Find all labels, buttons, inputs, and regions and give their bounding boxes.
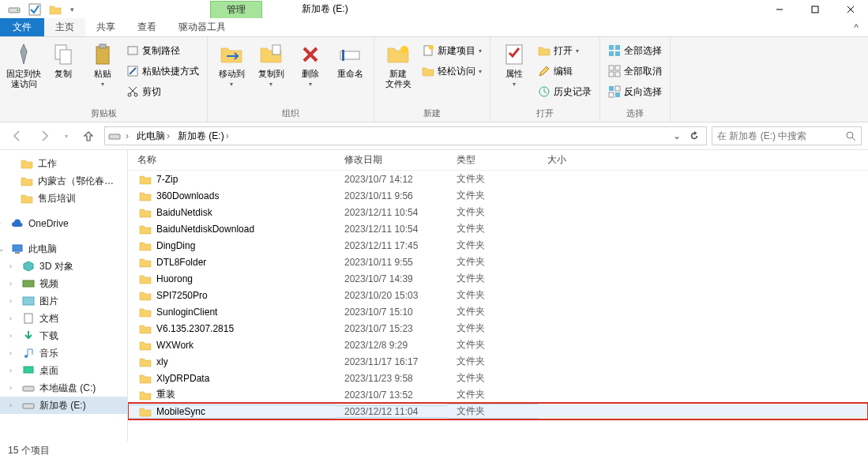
nav-videos[interactable]: ›视频 [0,275,127,292]
edit-icon [538,65,550,77]
nav-music[interactable]: ›音乐 [0,344,127,362]
edit-button[interactable]: 编辑 [535,62,595,80]
breadcrumb-this-pc[interactable]: 此电脑› [133,130,173,143]
open-button[interactable]: 打开▾ [535,42,595,59]
contextual-tab-manage[interactable]: 管理 [210,1,262,18]
forward-button[interactable] [33,125,55,147]
nav-e-drive[interactable]: ›新加卷 (E:) [0,397,127,414]
chevron-right-icon[interactable]: › [126,130,129,141]
nav-work[interactable]: 工作 [0,155,127,172]
nav-documents[interactable]: ›文档 [0,310,127,327]
nav-desktop[interactable]: ›桌面 [0,362,127,379]
file-date: 2023/11/17 16:17 [335,356,447,367]
chevron-down-icon[interactable]: ⌄ [0,245,6,253]
refresh-button[interactable] [686,127,703,145]
folder-icon [139,173,152,186]
minimize-button[interactable] [761,0,797,18]
recent-locations-button[interactable]: ▾ [60,125,73,147]
nav-3d-objects[interactable]: ›3D 对象 [0,258,127,275]
easy-access-button[interactable]: 轻松访问▾ [419,62,485,80]
tab-view[interactable]: 查看 [126,18,167,36]
nav-c-drive[interactable]: ›本地磁盘 (C:) [0,379,127,397]
breadcrumb-drive[interactable]: 新加卷 (E:)› [175,130,232,143]
table-row[interactable]: SunloginClient2023/10/7 15:10文件夹 [128,303,868,320]
table-row[interactable]: DTL8Folder2023/10/11 9:55文件夹 [128,254,868,270]
rename-button[interactable]: 重命名 [331,39,369,79]
table-row[interactable]: BaiduNetdiskDownload2023/12/11 10:54文件夹 [128,220,868,237]
svg-rect-15 [272,45,280,55]
back-button[interactable] [6,125,28,147]
select-all-button[interactable]: 全部选择 [605,42,665,59]
tab-file[interactable]: 文件 [0,18,44,36]
group-open: 属性▾ 打开▾ 编辑 历史记录 打开 [490,37,600,122]
svg-rect-26 [615,51,620,56]
table-row[interactable]: V6.135.2307.28152023/10/7 15:23文件夹 [128,320,868,337]
file-name: XlyDRPData [156,373,209,384]
column-date[interactable]: 修改日期 [335,153,447,167]
chevron-right-icon[interactable]: › [0,220,6,228]
table-row[interactable]: xly2023/11/17 16:17文件夹 [128,353,868,370]
delete-button[interactable]: 删除▾ [291,39,329,88]
column-headers[interactable]: 名称 修改日期 类型 大小 [128,150,868,171]
table-row[interactable]: XlyDRPData2023/11/23 9:58文件夹 [128,370,868,386]
search-input[interactable] [717,130,845,141]
item-count: 15 个项目 [8,444,50,457]
nav-pictures[interactable]: ›图片 [0,292,127,310]
tab-share[interactable]: 共享 [85,18,126,36]
up-button[interactable] [77,125,100,147]
invert-selection-button[interactable]: 反向选择 [605,83,665,100]
table-row[interactable]: WXWork2023/12/8 9:29文件夹 [128,337,868,353]
qat-checkbox-icon[interactable] [27,2,43,17]
new-item-button[interactable]: 新建项目▾ [419,42,485,59]
copy-to-button[interactable]: 复制到▾ [252,39,290,88]
paste-shortcut-button[interactable]: 粘贴快捷方式 [123,62,202,80]
column-type[interactable]: 类型 [447,153,538,167]
nav-neimeng[interactable]: 内蒙古（鄂伦春… [0,172,127,190]
new-folder-button[interactable]: 新建 文件夹 [379,39,417,89]
table-row[interactable]: Huorong2023/10/7 14:39文件夹 [128,270,868,287]
nav-this-pc[interactable]: ⌄此电脑 [0,240,127,258]
table-row[interactable]: 360Downloads2023/10/11 9:56文件夹 [128,187,868,204]
navigation-pane[interactable]: 工作 内蒙古（鄂伦春… 售后培训 ›OneDrive ⌄此电脑 ›3D 对象 ›… [0,150,128,442]
history-button[interactable]: 历史记录 [535,83,595,100]
table-row[interactable]: SPI7250Pro2023/10/20 15:03文件夹 [128,287,868,303]
select-none-button[interactable]: 全部取消 [605,62,665,80]
file-type: 文件夹 [447,189,538,202]
pin-to-quick-access-button[interactable]: 固定到快 速访问 [5,39,43,89]
nav-after-sales[interactable]: 售后培训 [0,190,127,207]
column-size[interactable]: 大小 [538,153,617,167]
tab-home[interactable]: 主页 [44,18,85,36]
ribbon-collapse-icon[interactable]: ^ [844,18,868,36]
qat-folder-icon[interactable] [47,2,63,17]
table-row[interactable]: MobileSync2023/12/12 11:04文件夹 [128,403,868,419]
group-organize: 移动到▾ 复制到▾ 删除▾ 重命名 组织 [208,37,374,122]
svg-rect-39 [15,252,20,254]
copy-path-button[interactable]: 复制路径 [123,42,202,59]
close-button[interactable] [832,0,868,18]
table-row[interactable]: DingDing2023/12/11 17:45文件夹 [128,237,868,254]
move-to-button[interactable]: 移动到▾ [212,39,250,88]
column-name[interactable]: 名称 [128,153,335,167]
address-dropdown-button[interactable]: ⌄ [668,127,686,145]
file-date: 2023/10/20 15:03 [335,290,447,301]
select-none-icon [608,65,621,77]
file-name: SunloginClient [156,307,217,318]
file-name: Huorong [156,273,193,284]
search-box[interactable] [712,126,862,145]
qat-customize-icon[interactable]: ▾ [68,2,76,17]
address-bar[interactable]: › 此电脑› 新加卷 (E:)› ⌄ [104,126,707,145]
nav-downloads[interactable]: ›下载 [0,327,127,344]
cut-button[interactable]: 剪切 [123,83,202,100]
file-type: 文件夹 [447,288,538,302]
file-date: 2023/10/7 13:52 [335,389,447,401]
tab-drive-tools[interactable]: 驱动器工具 [167,18,237,36]
properties-button[interactable]: 属性▾ [495,39,533,88]
svg-rect-33 [615,86,620,91]
table-row[interactable]: 7-Zip2023/10/7 14:12文件夹 [128,171,868,187]
paste-button[interactable]: 粘贴 ▾ [84,39,122,88]
table-row[interactable]: BaiduNetdisk2023/12/11 10:54文件夹 [128,204,868,220]
copy-button[interactable]: 复制 [44,39,82,79]
maximize-button[interactable] [797,0,832,18]
table-row[interactable]: 重装2023/10/7 13:52文件夹 [128,386,868,403]
nav-onedrive[interactable]: ›OneDrive [0,215,127,232]
